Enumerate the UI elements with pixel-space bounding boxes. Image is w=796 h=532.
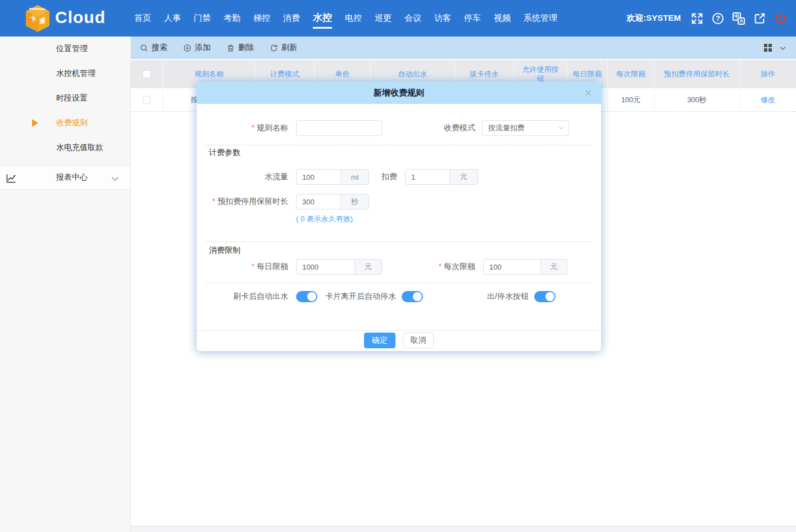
active-triangle-icon (32, 119, 38, 127)
cell-per-limit: 100元 (608, 88, 654, 111)
hold-time-input[interactable] (296, 194, 341, 210)
top-nav: 卡 通 Cloud One-Card Cloud Platform 首页 人事 … (0, 0, 796, 37)
refresh-label: 刷新 (281, 43, 297, 53)
sidebar-item-water-machine[interactable]: 水控机管理 (0, 61, 130, 86)
nav-right-tools: 欢迎:SYSTEM (626, 12, 796, 25)
hold-time-hint: ( 0 表示永久有效) (296, 214, 353, 224)
refresh-button[interactable]: 刷新 (270, 43, 297, 53)
hold-time-unit: 秒 (341, 194, 369, 210)
horizontal-scrollbar[interactable] (131, 526, 796, 532)
separator (206, 283, 592, 283)
sidebar-item-location[interactable]: 位置管理 (0, 37, 130, 61)
nav-item-visitor[interactable]: 访客 (434, 10, 451, 27)
rule-name-input[interactable] (296, 120, 382, 136)
sidebar-item-label: 时段设置 (56, 93, 88, 103)
water-flow-label: 水流量 (197, 172, 288, 182)
nav-item-electric[interactable]: 电控 (345, 10, 362, 27)
screen: 卡 通 Cloud One-Card Cloud Platform 首页 人事 … (0, 0, 796, 532)
translate-icon[interactable] (732, 12, 745, 25)
water-flow-unit: ml (341, 169, 369, 185)
header-per-limit: 每次限额 (608, 60, 654, 88)
deduct-fee-input[interactable] (405, 169, 450, 185)
delete-label: 删除 (238, 43, 254, 53)
brand-name: Cloud (55, 9, 106, 26)
logo-cube-icon: 卡 通 (25, 4, 51, 33)
header-actions: 操作 (740, 60, 796, 88)
sidebar-item-label: 水电充值取款 (56, 143, 103, 153)
footer-divider (197, 330, 601, 331)
rule-name-label: 规则名称 (197, 123, 288, 133)
row-checkbox[interactable] (143, 96, 151, 104)
dialog-title: 新增收费规则 (374, 88, 424, 98)
nav-item-attendance[interactable]: 考勤 (224, 10, 240, 27)
out-stop-button-toggle[interactable] (534, 291, 556, 302)
logo-char-tong: 通 (39, 16, 46, 26)
billing-section-title: 计费参数 (209, 148, 240, 158)
sidebar-item-charge-rules[interactable]: 收费规则 (0, 111, 130, 135)
nav-item-meeting[interactable]: 会议 (404, 10, 421, 27)
toolbar: 搜索 添加 删除 刷新 (131, 37, 796, 59)
sidebar-item-label: 位置管理 (56, 44, 88, 54)
refresh-icon (270, 44, 278, 52)
delete-button[interactable]: 删除 (226, 43, 254, 53)
auto-stop-toggle[interactable] (402, 291, 423, 302)
add-button[interactable]: 添加 (183, 43, 211, 53)
sidebar-item-label: 收费规则 (56, 118, 88, 128)
nav-item-parking[interactable]: 停车 (464, 10, 481, 27)
dialog-header: 新增收费规则 (197, 81, 601, 104)
charge-mode-select[interactable]: 按流量扣费 (482, 120, 569, 136)
main-nav: 首页 人事 门禁 考勤 梯控 消费 水控 电控 巡更 会议 访客 停车 视频 系… (134, 8, 557, 29)
nav-item-hr[interactable]: 人事 (164, 10, 181, 27)
cell-hold-time: 300秒 (654, 88, 740, 111)
limits-section-title: 消费限制 (209, 245, 240, 256)
brand-logo: 卡 通 Cloud One-Card Cloud Platform (0, 0, 131, 37)
trash-icon (226, 44, 235, 52)
deduct-fee-label: 扣费 (381, 172, 397, 182)
logo-char-ka: 卡 (30, 13, 37, 24)
water-flow-row: 水流量 ml 扣费 元 (197, 169, 601, 185)
per-limit-label: 每次限额 (439, 262, 475, 272)
toolbar-right (764, 44, 796, 52)
toggles-row: 刷卡后自动出水 卡片离开后自动停水 出/停水按钮 (197, 291, 601, 302)
nav-item-patrol[interactable]: 巡更 (375, 10, 392, 27)
auto-out-label: 刷卡后自动出水 (197, 292, 288, 302)
power-icon[interactable] (774, 12, 787, 25)
nav-item-video[interactable]: 视频 (494, 10, 511, 27)
chart-icon (6, 172, 17, 185)
search-button[interactable]: 搜索 (140, 43, 167, 53)
nav-item-water-control[interactable]: 水控 (313, 8, 332, 29)
nav-item-consume[interactable]: 消费 (283, 10, 300, 27)
daily-limit-input[interactable] (296, 259, 355, 275)
edit-link[interactable]: 修改 (761, 95, 775, 105)
welcome-text: 欢迎:SYSTEM (626, 13, 681, 24)
nav-item-access[interactable]: 门禁 (194, 10, 211, 27)
nav-item-system[interactable]: 系统管理 (524, 10, 557, 27)
brand-text: Cloud One-Card Cloud Platform (55, 9, 106, 26)
per-limit-input[interactable] (483, 259, 541, 275)
confirm-button[interactable]: 确定 (364, 333, 395, 348)
daily-limit-label: 每日限额 (197, 262, 288, 272)
nav-item-elevator[interactable]: 梯控 (253, 10, 270, 27)
add-charge-rule-dialog: 新增收费规则 规则名称 收费模式 按流量扣费 计费参数 (197, 81, 601, 351)
select-chevron-icon (558, 124, 564, 133)
water-flow-input[interactable] (296, 169, 341, 185)
add-icon (183, 44, 192, 52)
fullscreen-icon[interactable] (690, 12, 704, 25)
sidebar-item-time-period[interactable]: 时段设置 (0, 86, 130, 111)
sidebar-item-report-center[interactable]: 报表中心 (0, 165, 130, 190)
collapse-chevron-icon[interactable] (779, 44, 787, 52)
search-label: 搜索 (152, 43, 167, 53)
grid-view-icon[interactable] (764, 44, 772, 52)
chevron-down-icon (110, 174, 120, 185)
nav-item-home[interactable]: 首页 (134, 10, 151, 27)
help-icon[interactable] (711, 12, 725, 25)
auto-stop-label: 卡片离开后自动停水 (325, 292, 396, 302)
daily-limit-unit: 元 (355, 259, 382, 275)
auto-out-toggle[interactable] (296, 291, 317, 302)
per-limit-unit: 元 (541, 259, 567, 275)
select-all-checkbox[interactable] (143, 70, 151, 78)
cancel-button[interactable]: 取消 (403, 333, 434, 348)
external-link-icon[interactable] (753, 12, 766, 25)
close-icon[interactable] (583, 88, 593, 98)
sidebar-item-recharge-withdraw[interactable]: 水电充值取款 (0, 135, 130, 160)
